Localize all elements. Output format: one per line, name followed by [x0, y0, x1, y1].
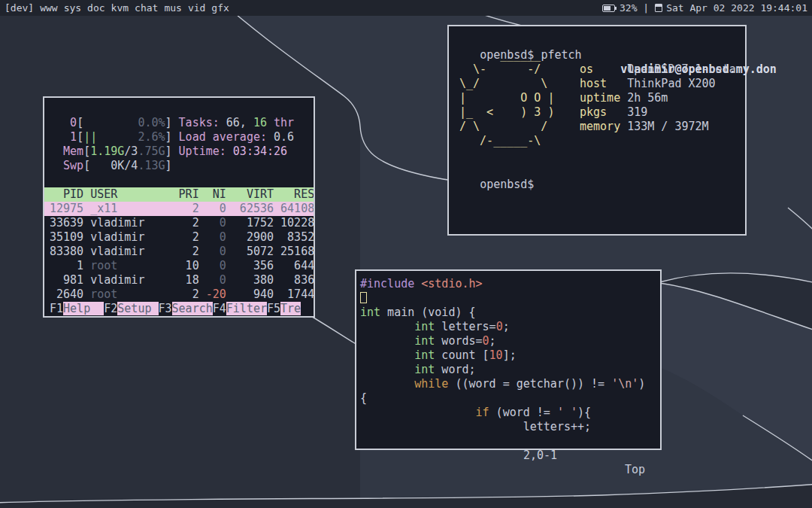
vim-scroll-position: Top: [625, 463, 645, 477]
shell-prompt-empty: openbsd$: [453, 163, 534, 178]
process-row-1[interactable]: 1 root 10 0 356 644: [44, 259, 314, 273]
vim-line-6: int count [10];: [360, 348, 660, 363]
process-row-83380[interactable]: 83380 vladimir 2 0 5072 25168: [44, 245, 314, 259]
workspace-tags: [dev]wwwsysdockvmchatmusvidgfx: [5, 2, 235, 14]
fn-button-help[interactable]: Help: [63, 302, 104, 315]
htop-function-key-bar: F1Help F2Setup F3SearchF4FilterF5Tre: [44, 302, 314, 316]
status-bar: [dev]wwwsysdockvmchatmusvidgfx 32% | Sat…: [0, 0, 812, 16]
fnkey-F5: F5: [267, 302, 280, 315]
terminal-window-pfetch[interactable]: openbsd$ pfetch ______ \- -/ \_/ \ | O O…: [447, 25, 747, 236]
fn-button-setup[interactable]: Setup: [117, 302, 158, 315]
calendar-icon: [655, 4, 662, 12]
shell-prompt-command: openbsd$ pfetch: [453, 34, 582, 48]
workspace-tag-doc[interactable]: doc: [87, 2, 105, 14]
fnkey-F1: F1: [50, 302, 63, 315]
fn-button-filter[interactable]: Filter: [226, 302, 267, 315]
process-row-2640[interactable]: 2640 root 2 -20 940 1744: [44, 287, 314, 302]
pfetch-info-pkgs: pkgs 319: [580, 105, 777, 120]
vim-window[interactable]: #include <stdio.h>int main (void) { int …: [355, 269, 662, 450]
fnkey-F4: F4: [213, 302, 226, 315]
pfetch-info-uptime: uptime 2h 56m: [580, 91, 777, 105]
pfetch-user-host: vladimir@openbsd.my.don: [580, 48, 777, 62]
process-row-35109[interactable]: 35109 vladimir 2 0 2900 8352: [44, 230, 314, 245]
workspace-tag-www[interactable]: www: [40, 2, 57, 14]
htop-meter-line-3: Swp[ 0K/4.13G]: [44, 159, 314, 173]
vim-ruler-line: 2,0-1 Top: [360, 434, 660, 449]
workspace-tag-vid[interactable]: vid: [188, 2, 205, 14]
pfetch-info-memory: memory 133M / 3972M: [580, 120, 777, 134]
shell-prompt-text: openbsd$: [480, 178, 534, 191]
pfetch-info-block: vladimir@openbsd.my.don os OpenBSD 7.1-b…: [580, 48, 777, 134]
fnkey-F2: F2: [104, 302, 117, 315]
vim-line-3: int main (void) {: [360, 306, 660, 320]
vim-code-lines: #include <stdio.h>int main (void) { int …: [360, 277, 660, 434]
htop-meter-line-0: 0[ 0.0%] Tasks: 66, 16 thr: [44, 116, 314, 130]
openbsd-ascii-logo: ______ \- -/ \_/ \ | O O | |_ < ) 3 ) / …: [459, 48, 554, 148]
workspace-tag-kvm[interactable]: kvm: [111, 2, 129, 14]
fnkey-F3: F3: [159, 302, 172, 315]
htop-meters: 0[ 0.0%] Tasks: 66, 16 thr 1[|| 2.6%] Lo…: [44, 116, 314, 173]
htop-meter-line-1: 1[|| 2.6%] Load average: 0.6: [44, 130, 314, 144]
vim-line-5: int words=0;: [360, 334, 660, 348]
vim-line-9: {: [360, 391, 660, 406]
battery-icon: [602, 5, 615, 12]
htop-content: 0[ 0.0%] Tasks: 66, 16 thr 1[|| 2.6%] Lo…: [44, 98, 314, 316]
vim-line-7: int word;: [360, 363, 660, 377]
vim-line-1: #include <stdio.h>: [360, 277, 660, 291]
htop-meter-line-2: Mem[1.19G/3.75G] Uptime: 03:34:26: [44, 144, 314, 159]
spacer: [44, 173, 314, 187]
status-bar-right: 32% | Sat Apr 02 2022 19:44:01: [602, 2, 807, 14]
vim-cursor: [360, 292, 367, 303]
workspace-tag-sys[interactable]: sys: [64, 2, 81, 14]
bar-separator-pipe: |: [643, 2, 649, 14]
process-row-33639[interactable]: 33639 vladimir 2 0 1752 10228: [44, 216, 314, 230]
battery-percentage: 32%: [620, 2, 637, 14]
pfetch-info-host: host ThinkPad X200: [580, 77, 777, 91]
bar-separator: [638, 2, 644, 14]
vim-cursor-position: 2,0-1: [523, 449, 557, 463]
fn-button-tre[interactable]: Tre: [280, 302, 301, 315]
process-row-12975[interactable]: 12975 _x11 2 0 62536 64108: [44, 202, 314, 216]
htop-process-table: 12975 _x11 2 0 62536 6410833639 vladimir…: [44, 202, 314, 302]
process-row-981[interactable]: 981 vladimir 18 0 380 836: [44, 273, 314, 287]
workspace-tag-gfx[interactable]: gfx: [211, 2, 229, 14]
workspace-tag-chat[interactable]: chat: [135, 2, 158, 14]
workspace-tag-dev[interactable]: [dev]: [5, 2, 34, 14]
vim-line-8: while ((word = getchar()) != '\n'): [360, 377, 660, 391]
vim-line-2: [360, 291, 660, 306]
htop-window[interactable]: 0[ 0.0%] Tasks: 66, 16 thr 1[|| 2.6%] Lo…: [43, 96, 315, 318]
workspace-tag-mus[interactable]: mus: [164, 2, 181, 14]
clock: Sat Apr 02 2022 19:44:01: [666, 2, 807, 14]
vim-line-11: letters++;: [360, 420, 660, 434]
fn-button-search[interactable]: Search: [172, 302, 213, 315]
htop-table-header[interactable]: PID USER PRI NI VIRT RES: [44, 187, 314, 202]
vim-line-10: if (word != ' '){: [360, 406, 660, 420]
vim-line-4: int letters=0;: [360, 320, 660, 334]
